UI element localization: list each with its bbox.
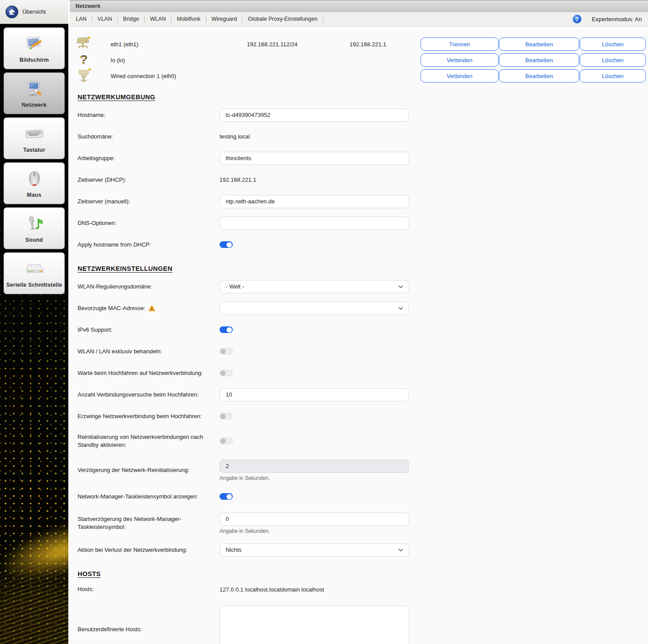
field-label: Anzahl Verbindungsversuche beim Hochfahr… [78,391,215,399]
field-label: IPv6 Support: [78,326,215,334]
sidebar-item-label: Tastatur [23,147,45,153]
sidebar-item-netzwerk[interactable]: Netzwerk [4,72,65,114]
tab-globale-proxy-einstellungen[interactable]: Globale Proxy-Einstellungen [242,16,323,22]
field-label: Startverzögerung des Network-Manager-Tas… [78,515,215,531]
tab-vlan[interactable]: VLAN [92,16,118,22]
field-label: Zeitserver (manuell): [78,198,215,206]
sidebar-item-sound[interactable]: Sound [4,207,65,249]
sidebar-item-label: Sound [26,237,43,243]
sidebar-item-label: Bildschirm [19,57,49,63]
sidebar-overview-label: Übersicht [22,9,46,15]
verbinden-button[interactable]: Verbinden [421,53,499,67]
field-label: Bevorzugte MAC-Adresse: [78,304,215,312]
form-row-dns-optionen: DNS-Optionen: [70,212,648,234]
sidebar-item-bildschirm[interactable]: Bildschirm [4,27,65,69]
tab-lan[interactable]: LAN [76,16,92,22]
interface-row-lo: ? lo (lo) Verbinden Bearbeiten Löschen [70,52,648,68]
form-row-ipv6-support: IPv6 Support: [70,319,648,341]
tray-icon-delay-input[interactable] [220,513,409,526]
form-row-benutzerdefinierte-hosts: Benutzerdefinierte Hosts: [70,601,648,644]
form-row-wlan-regulierungsdomaene: WLAN-Regulierungsdomäne: - Welt - [70,276,648,297]
svg-text:?: ? [80,52,88,67]
sidebar-item-label: Maus [27,192,41,198]
connection-attempts-input[interactable] [220,388,409,401]
form-row-reinitialisierung-standby: Reinitialisierung von Netzwerkverbindung… [70,427,648,455]
interface-actions: Verbinden Bearbeiten Löschen [421,53,646,67]
sidebar-nav: Bildschirm Netzwerk [0,25,68,294]
bearbeiten-button[interactable]: Bearbeiten [499,37,579,51]
form-row-suchdomaene: Suchdomäne: testing.local [70,126,648,147]
page-title-text: Netzwerk [75,3,101,9]
custom-hosts-textarea[interactable] [220,606,409,644]
tab-bar: LAN VLAN Bridge WLAN Mobilfunk Wireguard… [70,12,648,26]
field-label: Hostname: [78,111,215,119]
chevron-down-icon [398,284,404,290]
display-icon [24,34,45,54]
field-label: Arbeitsgruppe: [78,154,215,162]
action-on-loss-select[interactable]: Nichts [220,543,409,557]
search-domain-value: testing.local [220,133,409,140]
field-label: WLAN / LAN exklusiv behandeln: [78,348,215,356]
tab-mobilfunk[interactable]: Mobilfunk [171,16,206,22]
hostname-input[interactable] [220,109,409,122]
content-panel: eth1 (eth1) 192.168.221.112/24 192.168.2… [70,26,648,644]
interface-row-wired-connection-1: Wired connection 1 (eth0) Verbinden Bear… [70,68,648,84]
sidebar-item-label: Netzwerk [22,102,46,108]
form-row-verzoegerung-reinitialisierung: Verzögerung der Netzwerk-Reinitialisieru… [70,455,648,486]
section-heading-netzwerkumgebung: NETZWERKUMGEBUNG [78,94,648,101]
verbinden-button[interactable]: Verbinden [421,69,499,82]
sidebar: Übersicht Bildschirm [0,0,68,644]
sound-icon [24,214,45,234]
sidebar-item-maus[interactable]: Maus [4,162,65,204]
timeserver-manual-input[interactable] [220,195,409,208]
sidebar-item-serielle-schnittstelle[interactable]: Serielle Schnittstelle [4,252,65,294]
interface-gateway: 192.168.221.1 [350,41,421,48]
unknown-interface-icon: ? [76,52,92,67]
field-label: Aktion bei Verlust der Netzwerkverbindun… [78,546,215,554]
interface-list: eth1 (eth1) 192.168.221.112/24 192.168.2… [70,36,648,84]
interface-actions: Verbinden Bearbeiten Löschen [421,69,646,82]
sidebar-item-label: Serielle Schnittstelle [6,282,62,288]
field-label: Erzwinge Netzwerkverbindung beim Hochfah… [78,412,215,420]
dns-options-input[interactable] [220,217,409,230]
loeschen-button[interactable]: Löschen [580,69,646,82]
trennen-button[interactable]: Trennen [421,37,499,51]
tab-wlan[interactable]: WLAN [145,16,171,22]
bearbeiten-button[interactable]: Bearbeiten [499,53,579,67]
interface-name: lo (lo) [111,57,247,64]
tab-wireguard[interactable]: Wireguard [206,16,243,22]
wait-network-boot-toggle[interactable] [220,370,233,376]
help-icon[interactable]: ? [573,15,581,23]
section-heading-hosts: HOSTS [78,570,648,577]
interface-name: Wired connection 1 (eth0) [111,73,247,79]
chevron-down-icon [398,547,404,553]
reinit-delay-input [220,460,409,473]
mouse-icon [24,169,45,189]
apply-hostname-dhcp-toggle[interactable] [220,241,233,248]
bearbeiten-button[interactable]: Bearbeiten [499,69,579,82]
sidebar-item-tastatur[interactable]: Tastatur [4,117,65,159]
form-row-hosts: Hosts: 127.0.0.1 localhost.localdomain l… [70,581,648,598]
interface-row-eth1: eth1 (eth1) 192.168.221.112/24 192.168.2… [70,36,648,52]
field-label: WLAN-Regulierungsdomäne: [78,283,215,291]
preferred-mac-select[interactable] [220,302,409,315]
field-label: Apply hostname from DHCP: [78,241,215,249]
interface-actions: Trennen Bearbeiten Löschen [421,37,646,51]
ipv6-support-toggle[interactable] [220,326,233,333]
loeschen-button[interactable]: Löschen [580,37,646,51]
workgroup-input[interactable] [220,152,409,165]
helper-text: Angabe in Sekunden. [220,528,409,534]
force-network-boot-toggle[interactable] [220,413,233,419]
sidebar-item-uebersicht[interactable]: Übersicht [0,0,68,25]
hosts-value: 127.0.0.1 localhost.localdomain localhos… [220,586,409,593]
wlan-regulatory-domain-select[interactable]: - Welt - [220,280,409,293]
network-icon [24,79,45,99]
tab-bridge[interactable]: Bridge [118,16,145,22]
show-tray-icon-toggle[interactable] [220,493,233,500]
form-row-aktion-verlust: Aktion bei Verlust der Netzwerkverbindun… [70,539,648,561]
wlan-lan-exclusive-toggle[interactable] [220,348,233,355]
form-row-taskleistensymbol-anzeigen: Network-Manager-Taskleistensymbol anzeig… [70,486,648,507]
reinit-standby-toggle[interactable] [220,438,233,444]
main-panel: Netzwerk LAN VLAN Bridge WLAN Mobilfunk … [68,0,648,644]
loeschen-button[interactable]: Löschen [580,53,646,67]
